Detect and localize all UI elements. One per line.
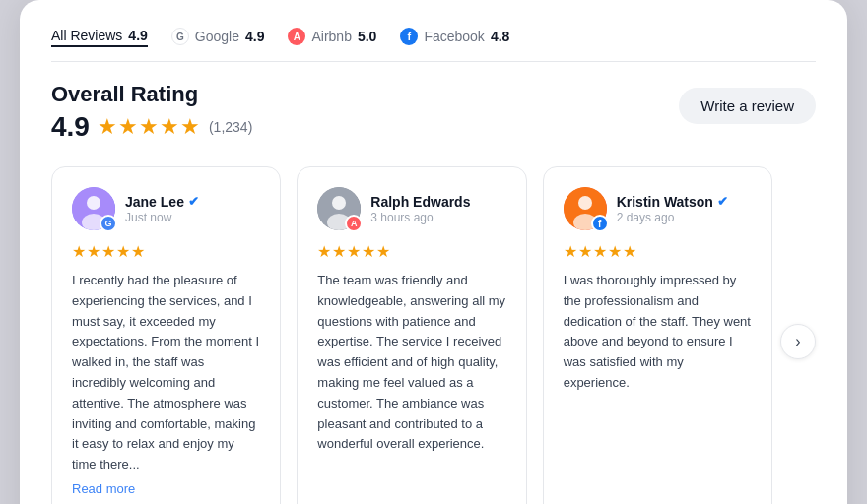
- svg-point-1: [87, 196, 100, 210]
- reviewer-info-ralph: Ralph Edwards 3 hours ago: [370, 194, 505, 224]
- tab-all-label: All Reviews: [51, 28, 122, 43]
- verified-icon-jane: ✔: [188, 194, 199, 209]
- tab-airbnb[interactable]: A Airbnb 5.0: [288, 28, 376, 47]
- overall-score: 4.9: [51, 111, 90, 143]
- reviewer-name-ralph: Ralph Edwards: [370, 194, 505, 210]
- tab-all-reviews[interactable]: All Reviews 4.9: [51, 28, 148, 47]
- overall-section: Overall Rating 4.9 ★★★★★ (1,234) Write a…: [51, 82, 816, 143]
- next-button[interactable]: ›: [780, 324, 816, 359]
- reviews-list: G Jane Lee ✔ Just now ★★★★★ I recently h…: [51, 166, 772, 504]
- tab-airbnb-label: Airbnb: [311, 29, 351, 44]
- overall-heading: Overall Rating: [51, 82, 252, 107]
- google-icon: G: [171, 28, 189, 45]
- avatar-wrap-jane: G: [72, 187, 115, 230]
- reviewer-time-kristin: 2 days ago: [617, 211, 752, 224]
- tab-airbnb-rating: 5.0: [358, 29, 376, 44]
- cards-wrapper: G Jane Lee ✔ Just now ★★★★★ I recently h…: [51, 166, 816, 504]
- card-text-kristin: I was thoroughly impressed by the profes…: [564, 271, 752, 394]
- card-header-kristin: f Kristin Watson ✔ 2 days ago: [564, 187, 752, 230]
- google-platform-badge-jane: G: [100, 215, 117, 232]
- reviewer-info-jane: Jane Lee ✔ Just now: [125, 194, 260, 224]
- tab-all-rating: 4.9: [128, 28, 147, 43]
- review-card-ralph: A Ralph Edwards 3 hours ago ★★★★★ The te…: [297, 166, 526, 504]
- reviews-widget: All Reviews 4.9 G Google 4.9 A Airbnb 5.…: [20, 0, 847, 504]
- reviewer-info-kristin: Kristin Watson ✔ 2 days ago: [617, 194, 752, 224]
- reviewer-name-kristin: Kristin Watson ✔: [617, 194, 752, 210]
- tab-facebook-label: Facebook: [424, 29, 484, 44]
- overall-left: Overall Rating 4.9 ★★★★★ (1,234): [51, 82, 252, 143]
- card-stars-jane: ★★★★★: [72, 242, 260, 261]
- write-review-button[interactable]: Write a review: [679, 88, 816, 124]
- tab-google-rating: 4.9: [245, 29, 264, 44]
- reviewer-time-ralph: 3 hours ago: [370, 211, 505, 224]
- tab-facebook[interactable]: f Facebook 4.8: [400, 28, 509, 47]
- facebook-icon: f: [400, 28, 418, 45]
- verified-icon-kristin: ✔: [717, 194, 728, 209]
- read-more-link-jane[interactable]: Read more: [72, 481, 135, 496]
- tab-facebook-rating: 4.8: [491, 29, 509, 44]
- card-stars-kristin: ★★★★★: [564, 242, 752, 261]
- rating-row: 4.9 ★★★★★ (1,234): [51, 111, 252, 143]
- tabs-bar: All Reviews 4.9 G Google 4.9 A Airbnb 5.…: [51, 28, 816, 62]
- airbnb-icon: A: [288, 28, 305, 45]
- review-card-kristin: f Kristin Watson ✔ 2 days ago ★★★★★ I wa…: [543, 166, 772, 504]
- tab-google-label: Google: [195, 29, 239, 44]
- facebook-platform-badge-kristin: f: [591, 215, 609, 232]
- card-header-jane: G Jane Lee ✔ Just now: [72, 187, 260, 230]
- overall-count: (1,234): [209, 119, 252, 135]
- tab-google[interactable]: G Google 4.9: [171, 28, 265, 47]
- card-header-ralph: A Ralph Edwards 3 hours ago: [317, 187, 505, 230]
- airbnb-platform-badge-ralph: A: [345, 215, 363, 232]
- reviewer-name-jane: Jane Lee ✔: [125, 194, 260, 210]
- review-card-jane: G Jane Lee ✔ Just now ★★★★★ I recently h…: [51, 166, 281, 504]
- overall-stars: ★★★★★: [98, 114, 201, 140]
- svg-point-7: [578, 196, 592, 210]
- svg-point-4: [332, 196, 346, 210]
- card-text-jane: I recently had the pleasure of experienc…: [72, 271, 260, 475]
- avatar-wrap-kristin: f: [564, 187, 607, 230]
- reviewer-time-jane: Just now: [125, 211, 260, 224]
- card-text-ralph: The team was friendly and knowledgeable,…: [317, 271, 505, 455]
- avatar-wrap-ralph: A: [317, 187, 361, 230]
- card-stars-ralph: ★★★★★: [317, 242, 505, 261]
